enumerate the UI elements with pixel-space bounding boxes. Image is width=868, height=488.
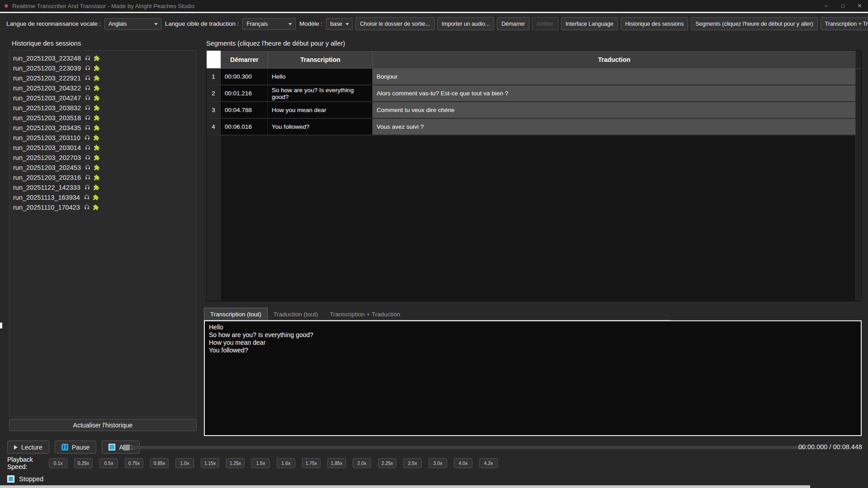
speed-button[interactable]: 1.85x (327, 458, 346, 468)
model-select[interactable]: base (326, 18, 353, 30)
speed-button[interactable]: 4.3x (479, 458, 498, 468)
session-name: run_20251203_203014 (13, 144, 81, 151)
table-row: 3 00:04.788 How you mean dear Comment tu… (207, 102, 855, 119)
session-list-item[interactable]: run_20251203_203518 (9, 113, 196, 123)
translation-cell[interactable]: Vous avez suivi ? (373, 119, 855, 135)
playback-speed-row: Playback Speed: 0.1x 0.25x 0.5x 0.75x 0.… (7, 458, 498, 469)
status-text: Stopped (19, 475, 43, 483)
puzzle-icon (93, 184, 99, 191)
minimize-button[interactable]: – (818, 0, 835, 12)
start-time-cell[interactable]: 00:06.016 (221, 119, 268, 135)
headphones-icon (85, 95, 91, 101)
choose-output-folder-button[interactable]: Choisir le dossier de sortie... (355, 17, 434, 30)
headphones-icon (85, 105, 91, 111)
session-list-item[interactable]: run_20251203_203110 (9, 133, 196, 143)
session-list-item[interactable]: run_20251122_142333 (9, 183, 196, 192)
speech-language-select[interactable]: Anglais (104, 18, 161, 30)
transcription-cell[interactable]: You followed? (268, 119, 373, 135)
translation-cell[interactable]: Comment tu veux dire chérie (373, 102, 855, 118)
session-list-item[interactable]: run_20251110_170423 (9, 202, 196, 212)
session-list-item[interactable]: run_20251203_223039 (9, 63, 196, 73)
table-body: 1 00:00.300 Hello Bonjour 2 00:01.216 So… (207, 69, 861, 136)
session-name: run_20251203_204322 (13, 84, 81, 92)
speed-button[interactable]: 2.25x (378, 458, 396, 468)
session-list-item[interactable]: run_20251113_163934 (9, 192, 196, 202)
playback-speed-buttons: 0.1x 0.25x 0.5x 0.75x 0.85x 1.0x 1.15x 1… (49, 458, 498, 468)
pause-button[interactable]: Pause (55, 441, 97, 454)
headphones-icon (84, 194, 90, 201)
import-audio-button[interactable]: Importer un audio... (437, 17, 494, 30)
transcription-cell[interactable]: Hello (268, 69, 373, 84)
close-button[interactable]: ✕ (851, 0, 868, 12)
headphones-icon (84, 135, 90, 141)
session-list-item[interactable]: run_20251203_202703 (9, 153, 196, 163)
session-list-item[interactable]: run_20251203_204322 (9, 83, 196, 93)
history-toggle-button[interactable]: Historique des sessions (621, 17, 689, 30)
speed-button[interactable]: 2.5x (403, 458, 422, 468)
seek-slider[interactable] (123, 446, 805, 449)
translation-cell[interactable]: Bonjour (373, 69, 855, 84)
session-list-item[interactable]: run_20251203_203435 (9, 123, 196, 133)
table-row: 1 00:00.300 Hello Bonjour (207, 69, 855, 85)
target-language-select[interactable]: Français (242, 18, 296, 30)
headphones-icon (85, 155, 91, 161)
speed-button[interactable]: 2.0x (353, 458, 371, 468)
session-list-item[interactable]: run_20251203_203832 (9, 103, 196, 113)
session-list-item[interactable]: run_20251203_204247 (9, 93, 196, 103)
session-name: run_20251122_142333 (13, 184, 80, 191)
headphones-icon (85, 164, 91, 171)
session-list-item[interactable]: run_20251203_202316 (9, 173, 196, 183)
speed-button[interactable]: 1.0x (175, 458, 194, 468)
splitter-handle[interactable] (0, 323, 2, 328)
play-icon (14, 445, 18, 450)
table-row: 2 00:01.216 So how are you? Is everythin… (207, 85, 855, 102)
speed-button[interactable]: 0.85x (150, 458, 169, 468)
output-tab[interactable]: Transcription (tout) (204, 308, 268, 320)
puzzle-icon (94, 95, 100, 101)
column-header-transcription[interactable]: Transcription (268, 51, 373, 68)
play-button[interactable]: Lecture (7, 441, 49, 454)
puzzle-icon (94, 115, 100, 121)
speed-button[interactable]: 1.25x (226, 458, 245, 468)
speed-button[interactable]: 1.15x (201, 458, 219, 468)
session-list-item[interactable]: run_20251203_202453 (9, 163, 196, 173)
start-time-cell[interactable]: 00:01.216 (221, 85, 268, 101)
start-time-cell[interactable]: 00:04.788 (221, 102, 268, 118)
transcription-cell[interactable]: So how are you? Is everything good? (268, 85, 373, 101)
speed-button[interactable]: 0.25x (74, 458, 93, 468)
table-row: 4 00:06.016 You followed? Vous avez suiv… (207, 119, 855, 136)
row-number-cell: 2 (207, 85, 221, 101)
output-tab-label: Transcription + Traduction (330, 311, 400, 318)
column-header-start[interactable]: Démarrer (221, 51, 268, 68)
start-time-cell[interactable]: 00:00.300 (221, 69, 268, 84)
puzzle-icon (94, 85, 100, 91)
session-list-item[interactable]: run_20251203_222921 (9, 73, 196, 83)
speed-button[interactable]: 1.6x (277, 458, 295, 468)
interface-language-button[interactable]: Interface Language (561, 17, 618, 30)
seek-slider-handle[interactable] (123, 445, 130, 450)
output-tab[interactable]: Transcription + Traduction (324, 308, 406, 320)
horizontal-scrollbar[interactable] (0, 485, 810, 488)
speed-button[interactable]: 3.0x (429, 458, 447, 468)
speed-button[interactable]: 1.5x (251, 458, 270, 468)
transcript-textarea[interactable]: Hello So how are you? Is everything good… (204, 320, 862, 436)
speed-button[interactable]: 0.75x (125, 458, 143, 468)
session-history-list: run_20251203_223248 run_20251203_223039 (9, 50, 197, 417)
maximize-button[interactable]: □ (835, 0, 851, 12)
speed-button[interactable]: 4.0x (454, 458, 472, 468)
session-list-item[interactable]: run_20251203_223248 (9, 53, 196, 63)
refresh-history-button[interactable]: Actualiser l'historique (9, 419, 197, 431)
window-controls: – □ ✕ (818, 0, 868, 12)
speed-button[interactable]: 0.5x (99, 458, 118, 468)
translation-cell[interactable]: Alors comment vas-tu? Est-ce que tout va… (373, 85, 855, 101)
headphones-icon (84, 204, 90, 211)
segments-toggle-button[interactable]: Segments (cliquez l'heure de début pour … (691, 17, 817, 30)
start-button[interactable]: Démarrer (497, 17, 529, 30)
column-header-translation[interactable]: Traduction (373, 51, 855, 68)
transcription-toggle-button[interactable]: Transcription + Traduction (821, 17, 868, 30)
speed-button[interactable]: 1.75x (302, 458, 321, 468)
speed-button[interactable]: 0.1x (49, 458, 67, 468)
transcription-cell[interactable]: How you mean dear (268, 102, 373, 118)
output-tab[interactable]: Traduction (tout) (268, 308, 324, 320)
session-list-item[interactable]: run_20251203_203014 (9, 143, 196, 153)
